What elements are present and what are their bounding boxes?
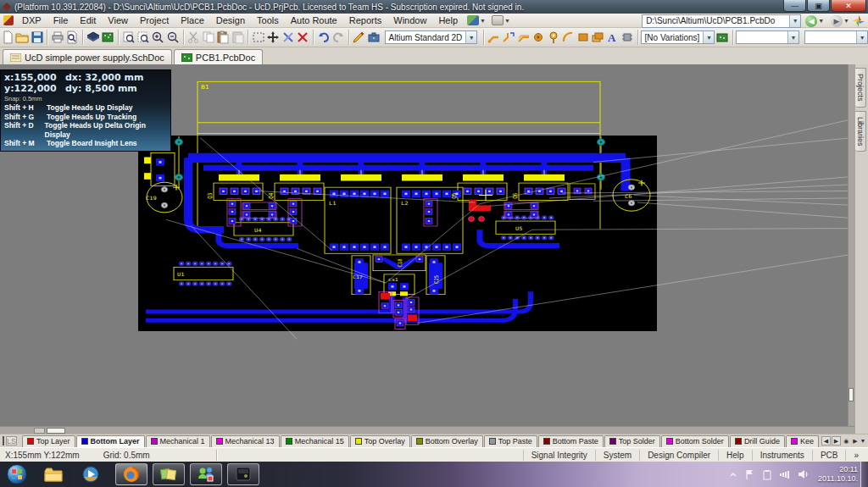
layer-tab-mech15[interactable]: Mechanical 15 <box>281 435 349 447</box>
signal-integrity-button[interactable]: Signal Integrity <box>523 450 595 461</box>
design-compiler-button[interactable]: Design Compiler <box>639 450 718 461</box>
taskbar-firefox-button[interactable] <box>115 463 147 485</box>
menu-autoroute[interactable]: Auto Route <box>285 14 343 26</box>
taskbar-messenger-button[interactable] <box>190 463 222 485</box>
zoom-area-button[interactable] <box>136 29 150 46</box>
interactive-routing-pen-button[interactable] <box>352 29 366 46</box>
layout-tool-icon[interactable] <box>467 15 479 25</box>
show-desktop-button[interactable] <box>860 462 868 487</box>
restore-button[interactable]: ▣ <box>807 0 830 12</box>
pcb-editor-canvas[interactable]: B1 cs4 C19 Q3 Q4 L1 L2 Q5 Q6 U4 U5 U1 C1… <box>0 64 854 434</box>
scroll-button[interactable] <box>34 428 45 434</box>
board-browser-button[interactable] <box>100 29 114 46</box>
route-interactive-button[interactable] <box>487 29 501 46</box>
paste-button[interactable] <box>215 29 230 46</box>
system-button[interactable]: System <box>595 450 639 461</box>
horizontal-scroll-thumb[interactable] <box>47 428 65 434</box>
minimize-button[interactable]: — <box>783 0 806 12</box>
save-button[interactable] <box>30 29 44 46</box>
menu-view[interactable]: View <box>102 14 134 26</box>
menu-place[interactable]: Place <box>175 14 210 26</box>
taskbar-clock[interactable]: 20:11 2011.10.10. <box>818 465 858 484</box>
new-document-button[interactable] <box>0 29 14 46</box>
layer-tab-top[interactable]: Top Layer <box>22 435 75 447</box>
view-3d-button[interactable] <box>86 29 100 46</box>
print-button[interactable] <box>50 29 64 46</box>
combo-arrow-icon[interactable]: ▼ <box>787 31 798 43</box>
caret-icon[interactable]: ▼ <box>504 18 510 24</box>
layer-tab-bottom-solder[interactable]: Bottom Solder <box>661 435 729 447</box>
combo-arrow-icon[interactable]: ▼ <box>703 31 714 43</box>
layer-tab-bottom-paste[interactable]: Bottom Paste <box>538 435 604 447</box>
layer-scroll-right-button[interactable]: ▶ <box>832 436 841 445</box>
menu-reports[interactable]: Reports <box>343 14 388 26</box>
horizontal-scrollbar[interactable] <box>0 426 854 434</box>
combo-arrow-icon[interactable]: ▼ <box>465 31 476 43</box>
empty-combo-2[interactable]: ▼ <box>804 30 868 44</box>
close-button[interactable]: ✕ <box>831 0 866 12</box>
window-tool-icon[interactable] <box>492 15 504 25</box>
undo-button[interactable] <box>316 29 331 46</box>
layer-tab-bottom[interactable]: Bottom Layer <box>76 435 145 447</box>
place-arc-button[interactable] <box>560 29 575 46</box>
release-manager-button[interactable] <box>366 29 381 46</box>
clear-filter-button[interactable] <box>296 29 310 46</box>
start-button[interactable] <box>7 464 27 484</box>
volume-icon[interactable] <box>798 469 810 479</box>
layer-tab-keepout[interactable]: Kee <box>786 435 819 447</box>
menu-project[interactable]: Project <box>134 14 175 26</box>
menu-dxp[interactable]: DXP <box>16 14 47 26</box>
empty-combo-1[interactable]: ▼ <box>736 30 799 44</box>
place-via-button[interactable] <box>546 29 560 46</box>
current-layer-swatch[interactable] <box>3 436 4 445</box>
caret-icon[interactable]: ▼ <box>843 18 849 24</box>
zoom-in-button[interactable] <box>151 29 165 46</box>
instruments-button[interactable]: Instruments <box>752 450 812 461</box>
layer-tab-top-overlay[interactable]: Top Overlay <box>350 435 410 447</box>
variant-board-icon[interactable] <box>715 29 729 46</box>
menu-window[interactable]: Window <box>387 14 432 26</box>
forward-button[interactable]: ▶ <box>831 15 843 27</box>
place-string-button[interactable]: A <box>605 29 620 46</box>
variations-combo[interactable]: [No Variations]▼ <box>641 30 715 44</box>
move-button[interactable] <box>266 29 281 46</box>
place-component-button[interactable] <box>620 29 634 46</box>
action-center-flag-icon[interactable] <box>745 469 754 479</box>
view-configuration-combo[interactable]: Altium Standard 2D▼ <box>385 30 478 44</box>
layer-filter-icon[interactable]: ▼ <box>860 436 866 445</box>
menu-file[interactable]: File <box>47 14 75 26</box>
vertical-scroll-thumb[interactable] <box>849 388 854 401</box>
menu-edit[interactable]: Edit <box>74 14 102 26</box>
place-fill-button[interactable] <box>576 29 590 46</box>
paste-recall-button[interactable] <box>231 29 245 46</box>
more-panels-button[interactable]: » <box>845 450 866 461</box>
layer-tab-bottom-overlay[interactable]: Bottom Overlay <box>411 435 483 447</box>
cut-button[interactable] <box>186 29 200 46</box>
tab-pcbdoc[interactable]: PCB1.PcbDoc <box>174 49 263 64</box>
place-pad-button[interactable] <box>531 29 546 46</box>
menu-design[interactable]: Design <box>210 14 251 26</box>
vertical-scrollbar[interactable] <box>848 64 854 426</box>
layer-tab-drill-guide[interactable]: Drill Guide <box>730 435 785 447</box>
layer-tab-top-solder[interactable]: Top Solder <box>604 435 660 447</box>
taskbar-explorer-button[interactable] <box>41 463 66 485</box>
layer-pan-icon[interactable]: ◉ <box>842 436 851 445</box>
layer-arrow-icon[interactable]: ▶ <box>852 436 859 445</box>
print-preview-button[interactable] <box>65 29 80 46</box>
copy-button[interactable] <box>201 29 215 46</box>
caret-icon[interactable]: ▼ <box>480 18 486 24</box>
hidden-icons-chevron[interactable] <box>729 470 737 479</box>
taskbar-notes-button[interactable] <box>153 463 185 485</box>
place-polygon-button[interactable] <box>590 29 604 46</box>
combo-arrow-icon[interactable]: ▼ <box>789 15 800 27</box>
clipboard-tray-icon[interactable] <box>762 469 772 480</box>
redo-button[interactable] <box>331 29 345 46</box>
zoom-out-button[interactable] <box>165 29 180 46</box>
tab-schdoc[interactable]: UcD simple power supply.SchDoc <box>3 49 172 64</box>
route-fanout-button[interactable] <box>502 29 516 46</box>
back-button[interactable]: ◀ <box>805 15 817 27</box>
open-button[interactable] <box>14 29 29 46</box>
layer-tab-mech1[interactable]: Mechanical 1 <box>146 435 210 447</box>
combo-arrow-icon[interactable]: ▼ <box>856 31 867 43</box>
network-signal-icon[interactable] <box>780 470 790 479</box>
